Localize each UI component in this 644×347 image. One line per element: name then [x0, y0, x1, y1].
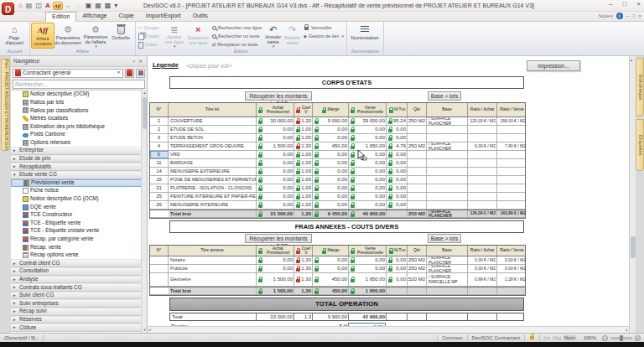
parametres-affaire-button[interactable]: ⚙ Paramètres de l'affaire: [81, 23, 110, 49]
nav-item-metres-localises[interactable]: Métrés localisés: [11, 115, 147, 123]
nav-item-tce-etiquette-vente[interactable]: TCE - Étiquette vente: [11, 220, 147, 228]
table-row[interactable]: 25 PEINTURE INTERIEURE ET PAPIER-PEINT 0…: [150, 193, 525, 201]
tab-affichage[interactable]: Affichage: [76, 12, 112, 22]
achat-cell[interactable]: 0,00: [257, 176, 294, 184]
lock-icon[interactable]: [388, 260, 392, 263]
lock-icon[interactable]: [351, 137, 355, 141]
lock-icon[interactable]: [258, 121, 262, 124]
table-row[interactable]: Géomètre 1 500,00 1,30 450,00 1 950,00 0…: [150, 273, 525, 287]
pct-cell[interactable]: 0,00: [387, 273, 408, 286]
nav-section-consultation[interactable]: ▸ Consultation: [11, 267, 147, 276]
new-window-icon[interactable]: ▣: [85, 2, 93, 10]
vente-cell[interactable]: 0,00: [349, 168, 387, 175]
pdf-export-icon[interactable]: A: [44, 2, 51, 10]
retablir-saisie-button[interactable]: ↷ Rétablir saisie: [283, 23, 302, 49]
nav-item-recap-vente[interactable]: Récap. vente: [11, 243, 147, 251]
parametres-document-button[interactable]: ⚙ Paramètres du document: [55, 23, 81, 49]
table-row[interactable]: 4 TERRASSEMENT GROS-OEUVRE 1 500,00 1,30…: [150, 142, 525, 151]
achat-cell[interactable]: 0,00: [257, 201, 294, 209]
copier-button[interactable]: Copier: [137, 33, 163, 40]
lock-icon[interactable]: [296, 129, 300, 132]
lock-icon[interactable]: [351, 268, 355, 272]
marge-cell[interactable]: 0,00: [313, 151, 349, 158]
scroll-left-icon[interactable]: ◂: [148, 328, 151, 333]
nav-section-entreprise[interactable]: ▸ Entreprise: [11, 147, 147, 155]
print-icon[interactable]: ▤: [25, 2, 34, 10]
pct-cell[interactable]: 0,00: [387, 159, 408, 167]
search-input[interactable]: [13, 80, 145, 89]
scroll-right-icon[interactable]: ▸: [626, 328, 628, 333]
zoom-slider-thumb[interactable]: [620, 335, 623, 341]
lock-icon[interactable]: [258, 205, 262, 208]
lock-icon[interactable]: [296, 260, 300, 263]
table-row[interactable]: Total brut 31 500,00 1,30 9 450,00 40 95…: [150, 210, 525, 218]
table-row[interactable]: 11 BARDAGE 0,00 1,00 0,00 0,00 0,00: [150, 159, 525, 168]
lock-icon[interactable]: [314, 121, 319, 124]
pct-cell[interactable]: 95,24: [387, 117, 408, 125]
forward-icon[interactable]: →: [75, 2, 83, 10]
lock-icon[interactable]: [314, 291, 319, 294]
table-row[interactable]: 2 ETUDE DE SOL 0,00 1,00 0,00 0,00 0,00: [150, 126, 525, 134]
achat-cell[interactable]: 1 500,00: [257, 142, 294, 150]
marge-cell[interactable]: 0,00: [313, 256, 349, 264]
coller-button[interactable]: Coller: [137, 41, 163, 49]
nav-item-dqe-vente[interactable]: DQE vente: [11, 203, 147, 211]
lock-icon[interactable]: [351, 163, 355, 166]
nav-item-poids-carbone[interactable]: Poids Carbone: [11, 131, 147, 139]
vertical-scrollbar[interactable]: ▲: [629, 56, 636, 333]
lock-icon[interactable]: [258, 163, 262, 166]
lock-icon[interactable]: [296, 179, 300, 183]
lock-icon[interactable]: [388, 279, 392, 282]
table-row[interactable]: 21 PLATRERIE - ISOLATION - CLOISONS 0,00…: [150, 184, 525, 193]
lock-icon[interactable]: [351, 121, 355, 124]
lock-icon[interactable]: [351, 188, 355, 191]
zoom-out-icon[interactable]: −: [602, 335, 608, 341]
lock-icon[interactable]: [351, 154, 355, 158]
lock-icon[interactable]: [296, 268, 300, 272]
total-coef-cell[interactable]: 1,3: [294, 313, 313, 320]
vente-cell[interactable]: 1 950,00: [349, 273, 387, 286]
rechercher-ligne-button[interactable]: Rechercher une ligne: [210, 24, 263, 32]
style-dropdown[interactable]: Style: [599, 13, 613, 19]
total-achat-cell[interactable]: 33 000,00: [257, 313, 294, 320]
lock-icon[interactable]: [388, 146, 392, 149]
lock-icon[interactable]: [351, 205, 355, 208]
lock-icon[interactable]: [296, 205, 300, 208]
marge-cell[interactable]: 0,00: [313, 184, 349, 192]
nav-item-recap-par-categorie-vente[interactable]: Récap. par catégorie vente: [11, 236, 147, 244]
lock-icon[interactable]: [258, 279, 262, 282]
achat-cell[interactable]: 1 500,00: [257, 287, 294, 294]
achat-cell[interactable]: 0,00: [257, 256, 294, 264]
vente-cell[interactable]: 0,00: [349, 176, 387, 184]
achat-cell[interactable]: 0,00: [257, 265, 294, 272]
rechercher-texte-button[interactable]: Rechercher un texte: [210, 33, 263, 40]
etiquettes-tab[interactable]: Étiquettes: [636, 119, 644, 171]
lock-icon[interactable]: [388, 196, 392, 199]
nav-section-reserves[interactable]: ▸ Réserves: [11, 316, 147, 324]
coef-cell[interactable]: 1,30: [294, 142, 313, 150]
vente-cell[interactable]: 0,00: [349, 126, 387, 133]
pct-cell[interactable]: 0,00: [387, 134, 408, 142]
vente-cell[interactable]: 0,00: [349, 193, 387, 200]
vente-cell[interactable]: 40 950,00: [349, 210, 387, 217]
nav-section-analyse[interactable]: ▸ Analyse: [11, 276, 147, 284]
recuperer-dqe-button-annexe[interactable]: Récupérer les montants du DQE: [245, 234, 312, 243]
coef-cell[interactable]: 1,30: [294, 210, 313, 217]
table-row[interactable]: Notaire 0,00 1,30 0,00 0,00 0,00 250 M2 …: [150, 256, 525, 265]
vente-cell[interactable]: 0,00: [349, 184, 387, 192]
lock-icon[interactable]: [314, 137, 319, 141]
legend-label[interactable]: Légende: [153, 62, 179, 69]
achat-cell[interactable]: 0,00: [257, 151, 294, 158]
table-row[interactable]: 14 MENUISERIE EXTERIEURE 0,00 1,00 0,00 …: [150, 168, 525, 176]
pct-cell[interactable]: 0,00: [387, 256, 408, 264]
supprimer-ligne-button[interactable]: × Supprimer une ligne: [186, 23, 210, 49]
pct-cell[interactable]: 0,00: [387, 168, 408, 175]
lock-icon[interactable]: [296, 171, 300, 174]
marge-cell[interactable]: 0,00: [313, 134, 349, 142]
vente-cell[interactable]: 1 950,00: [349, 287, 387, 294]
coef-cell[interactable]: 1,00: [294, 201, 313, 209]
marge-cell[interactable]: 0,00: [313, 176, 349, 184]
coef-cell[interactable]: 1,30: [294, 273, 313, 286]
lock-icon[interactable]: [258, 146, 262, 149]
lock-icon[interactable]: [314, 129, 319, 132]
